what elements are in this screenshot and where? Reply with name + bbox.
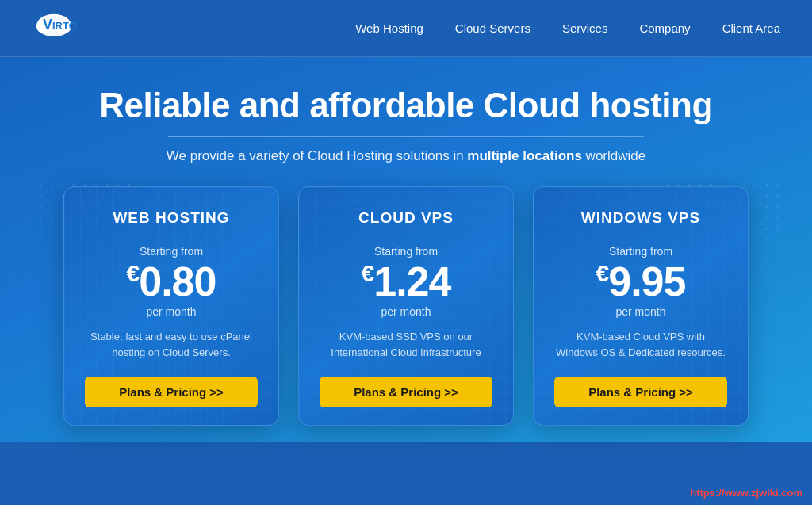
nav-link-cloudservers[interactable]: Cloud Servers [455, 21, 530, 35]
cards-container: <html><head></head><body><div class="ser… [32, 186, 780, 426]
card-web-hosting-title: WEB HOSTING [85, 209, 258, 227]
nav-item-services[interactable]: Services [562, 21, 608, 36]
logo-area: V IRTONO [32, 8, 76, 49]
nav-link-company[interactable]: Company [639, 21, 690, 35]
card-description-3: KVM-based Cloud VPS with Windows OS & De… [554, 329, 727, 362]
per-month-2: per month [320, 305, 492, 318]
hero-title: Reliable and affordable Cloud hosting [32, 86, 780, 125]
card-divider-2 [337, 235, 475, 235]
card-web-hosting-content: WEB HOSTING Starting from €0.80 per mont… [85, 209, 258, 407]
per-month-3: per month [554, 305, 727, 318]
currency-1: € [127, 260, 140, 286]
navbar: V IRTONO Web Hosting Cloud Servers Servi… [0, 0, 812, 57]
card-divider-1 [102, 235, 240, 235]
url-watermark: https://www.zjwiki.com [690, 487, 802, 499]
price-value-1: 0.80 [139, 258, 216, 304]
hero-subtitle: We provide a variety of Cloud Hosting so… [32, 148, 780, 164]
nav-item-webhosting[interactable]: Web Hosting [355, 21, 423, 36]
card-windows-vps-content: WINDOWS VPS Starting from €9.95 per mont… [554, 209, 727, 407]
card-windows-vps-title: WINDOWS VPS [554, 209, 727, 227]
starting-from-3: Starting from [554, 245, 727, 258]
hero-divider [168, 136, 644, 137]
per-month-1: per month [85, 305, 258, 318]
plans-btn-windows-vps[interactable]: Plans & Pricing >> [554, 377, 727, 407]
plans-btn-web-hosting[interactable]: Plans & Pricing >> [85, 377, 258, 407]
card-description-2: KVM-based SSD VPS on our International C… [320, 329, 492, 362]
subtitle-pre: We provide a variety of Cloud Hosting so… [167, 148, 468, 163]
hero-section: Reliable and affordable Cloud hosting We… [0, 57, 812, 442]
nav-item-company[interactable]: Company [639, 21, 690, 36]
svg-text:IRTONO: IRTONO [52, 20, 76, 32]
price-1: €0.80 [85, 261, 258, 302]
nav-item-cloudservers[interactable]: Cloud Servers [455, 21, 530, 36]
card-divider-3 [572, 235, 710, 235]
price-3: €9.95 [554, 261, 727, 302]
card-windows-vps: import os;import sys;from windows import… [533, 186, 749, 426]
card-description-1: Stable, fast and easy to use cPanel host… [85, 329, 258, 362]
subtitle-post: worldwide [582, 148, 645, 163]
starting-from-1: Starting from [85, 245, 258, 258]
subtitle-bold: multiple locations [467, 148, 582, 163]
nav-link-services[interactable]: Services [562, 21, 608, 35]
currency-2: € [362, 260, 374, 286]
card-cloud-vps-title: CLOUD VPS [320, 209, 492, 227]
nav-link-webhosting[interactable]: Web Hosting [355, 21, 423, 35]
card-cloud-vps: <?php echo "cloud"; ?>SELECT * FROM serv… [298, 186, 514, 426]
card-cloud-vps-content: CLOUD VPS Starting from €1.24 per month … [320, 209, 492, 407]
plans-btn-cloud-vps[interactable]: Plans & Pricing >> [320, 377, 492, 407]
nav-links: Web Hosting Cloud Servers Services Compa… [355, 21, 780, 36]
nav-link-clientarea[interactable]: Client Area [722, 21, 780, 35]
card-web-hosting: <html><head></head><body><div class="ser… [63, 186, 279, 426]
starting-from-2: Starting from [320, 245, 492, 258]
svg-text:V: V [43, 17, 52, 33]
price-2: €1.24 [320, 261, 492, 302]
currency-3: € [596, 260, 609, 286]
logo-icon: V IRTONO [32, 8, 76, 49]
price-value-3: 9.95 [608, 258, 685, 304]
price-value-2: 1.24 [373, 258, 450, 304]
nav-item-clientarea[interactable]: Client Area [722, 21, 780, 36]
